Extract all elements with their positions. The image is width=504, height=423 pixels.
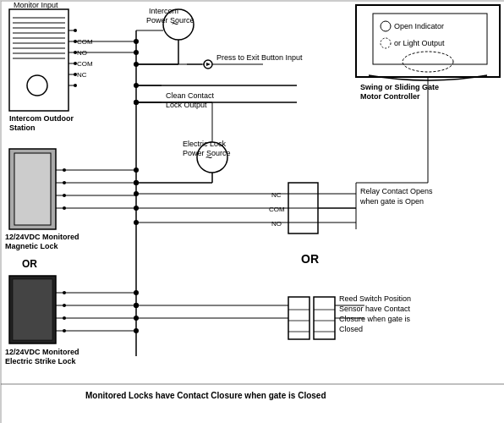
svg-text:12/24VDC Monitored: 12/24VDC Monitored — [5, 348, 79, 356]
svg-text:Monitor Input: Monitor Input — [14, 1, 58, 9]
wiring-diagram: Monitor Input COM NO COM NC Intercom Out… — [0, 0, 504, 423]
svg-text:COM: COM — [77, 60, 93, 68]
svg-text:NC: NC — [77, 71, 87, 79]
svg-point-118 — [134, 303, 139, 308]
svg-text:or Light Output: or Light Output — [394, 39, 445, 47]
svg-rect-48 — [14, 153, 51, 225]
svg-text:NO: NO — [271, 220, 282, 228]
svg-text:Relay Contact Opens: Relay Contact Opens — [360, 187, 433, 195]
svg-text:Power Source: Power Source — [146, 16, 194, 25]
svg-point-141 — [134, 39, 139, 44]
svg-text:Sensor have Contact: Sensor have Contact — [339, 305, 411, 313]
svg-text:OR: OR — [22, 258, 37, 270]
svg-text:Monitored Locks have Contact C: Monitored Locks have Contact Closure whe… — [85, 391, 326, 400]
svg-text:Magnetic Lock: Magnetic Lock — [5, 242, 59, 250]
svg-text:Clean Contact: Clean Contact — [166, 91, 215, 100]
svg-text:when gate is Open: when gate is Open — [359, 197, 424, 206]
svg-rect-67 — [13, 279, 52, 340]
svg-text:NC: NC — [271, 191, 282, 199]
svg-text:Station: Station — [9, 124, 36, 132]
svg-text:Intercom Outdoor: Intercom Outdoor — [9, 114, 74, 123]
svg-text:Press to Exit Button Input: Press to Exit Button Input — [216, 53, 303, 62]
svg-point-90 — [134, 180, 139, 185]
svg-text:Open Indicator: Open Indicator — [394, 22, 444, 30]
svg-text:Electric Strike Lock: Electric Strike Lock — [5, 357, 77, 365]
svg-text:Reed Switch Position: Reed Switch Position — [339, 294, 411, 303]
svg-text:Motor Controller: Motor Controller — [360, 92, 420, 101]
svg-text:COM: COM — [269, 206, 285, 213]
svg-text:12/24VDC Monitored: 12/24VDC Monitored — [5, 233, 79, 241]
svg-rect-109 — [314, 297, 335, 339]
svg-point-119 — [134, 316, 139, 321]
svg-point-103 — [134, 191, 139, 196]
svg-text:Swing or Sliding Gate: Swing or Sliding Gate — [360, 83, 439, 91]
svg-rect-108 — [288, 297, 310, 339]
svg-point-80 — [134, 290, 139, 295]
svg-point-148 — [134, 83, 139, 88]
svg-text:Closed: Closed — [339, 325, 363, 333]
svg-point-156 — [134, 100, 139, 105]
svg-point-146 — [134, 62, 139, 67]
svg-text:Closure when gate is: Closure when gate is — [339, 315, 411, 323]
svg-point-104 — [134, 206, 139, 211]
svg-text:Power Source: Power Source — [183, 149, 231, 157]
svg-point-143 — [134, 50, 139, 55]
svg-point-61 — [134, 168, 139, 173]
svg-text:Intercom: Intercom — [149, 7, 178, 15]
svg-text:Electric Lock: Electric Lock — [183, 140, 227, 148]
svg-text:OR: OR — [301, 252, 319, 266]
svg-point-152 — [134, 328, 139, 333]
